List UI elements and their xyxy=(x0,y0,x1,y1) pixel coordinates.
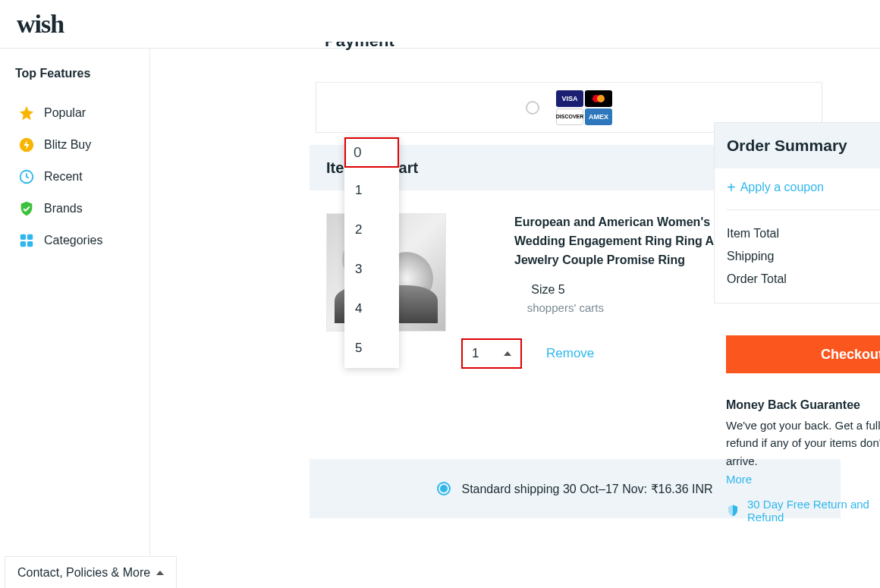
order-summary-panel: Order Summary + Apply a coupon Item Tota… xyxy=(714,122,880,303)
guarantee-body: We've got your back. Get a full refund i… xyxy=(726,417,880,470)
sidebar-item-label: Brands xyxy=(44,202,83,215)
sidebar-item-label: Blitz Buy xyxy=(44,138,91,152)
quantity-option[interactable]: 4 xyxy=(344,289,399,329)
sidebar-heading: Top Features xyxy=(15,67,139,80)
sidebar-item-blitz[interactable]: Blitz Buy xyxy=(15,129,139,161)
shipping-text: Standard shipping 30 Oct–17 Nov: ₹16.36 … xyxy=(461,482,712,496)
chevron-up-icon xyxy=(156,571,164,575)
quantity-dropdown: 1 2 3 4 5 xyxy=(344,137,399,368)
visa-icon: VISA xyxy=(556,90,583,107)
payment-radio[interactable] xyxy=(526,101,539,115)
discover-icon: DISCOVER xyxy=(556,108,583,125)
quantity-option[interactable]: 2 xyxy=(344,210,399,250)
contact-policies-button[interactable]: Contact, Policies & More xyxy=(5,556,177,588)
clock-icon xyxy=(18,168,35,185)
guarantee-title: Money Back Guarantee xyxy=(726,398,880,412)
shield-icon xyxy=(726,504,740,517)
svg-rect-4 xyxy=(20,241,26,247)
sidebar-item-label: Popular xyxy=(44,106,86,120)
return-policy-link[interactable]: 30 Day Free Return and Refund xyxy=(726,498,880,524)
svg-rect-3 xyxy=(27,234,33,240)
checkout-button[interactable]: Checkout xyxy=(726,335,880,373)
blitz-icon xyxy=(18,137,35,153)
quantity-option[interactable]: 5 xyxy=(344,329,399,368)
sidebar-item-categories[interactable]: Categories xyxy=(15,225,139,256)
remove-link[interactable]: Remove xyxy=(546,346,594,361)
sidebar-item-recent[interactable]: Recent xyxy=(15,161,139,193)
top-header: wish xyxy=(0,0,880,49)
quantity-selector[interactable]: 1 xyxy=(461,338,522,369)
wish-logo[interactable]: wish xyxy=(17,10,64,39)
shield-check-icon xyxy=(18,200,35,217)
payment-section-title: Payment xyxy=(325,42,394,52)
apply-coupon-link[interactable]: + Apply a coupon xyxy=(727,181,880,210)
learn-more-link[interactable]: More xyxy=(726,473,752,486)
order-line-order-total: Order Total xyxy=(727,268,880,291)
sidebar-item-label: Categories xyxy=(44,234,102,247)
sidebar-item-label: Recent xyxy=(44,170,83,184)
star-icon xyxy=(18,105,35,121)
svg-rect-5 xyxy=(27,241,33,247)
shipping-radio-selected[interactable] xyxy=(437,482,451,495)
quantity-option[interactable]: 3 xyxy=(344,250,399,289)
quantity-option[interactable]: 1 xyxy=(344,171,399,210)
mastercard-icon xyxy=(585,90,612,107)
order-line-shipping: Shipping xyxy=(727,245,880,268)
plus-icon: + xyxy=(727,182,736,193)
quantity-options-list[interactable]: 1 2 3 4 5 xyxy=(344,171,399,368)
sidebar-item-popular[interactable]: Popular xyxy=(15,97,139,129)
quantity-input[interactable] xyxy=(346,139,398,166)
svg-rect-2 xyxy=(20,234,26,240)
caret-up-icon xyxy=(504,351,511,356)
card-brand-icons: VISA DISCOVER AMEX xyxy=(556,90,612,125)
quantity-input-wrap xyxy=(344,137,399,168)
order-summary-heading: Order Summary xyxy=(715,123,880,168)
order-line-item-total: Item Total xyxy=(727,222,880,245)
quantity-value: 1 xyxy=(472,346,479,361)
sidebar: Top Features Popular Blitz Buy Recent Br… xyxy=(0,49,150,588)
grid-icon xyxy=(18,232,35,249)
amex-icon: AMEX xyxy=(585,108,612,125)
sidebar-item-brands[interactable]: Brands xyxy=(15,193,139,225)
scroll-edge xyxy=(150,253,153,314)
money-back-guarantee: Money Back Guarantee We've got your back… xyxy=(726,398,880,486)
